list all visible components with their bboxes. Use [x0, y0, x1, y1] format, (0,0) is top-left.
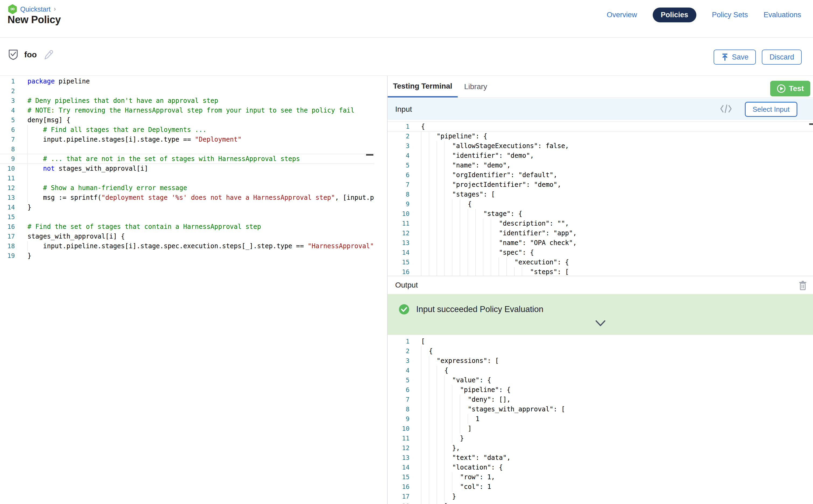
- code-text: 1: [421, 414, 480, 424]
- input-json-editor[interactable]: 1{2 "pipeline": {3 "allowStageExecutions…: [387, 121, 813, 276]
- testing-panel-tabs: Testing Terminal Library Test: [387, 76, 813, 98]
- line-number: 2: [387, 131, 410, 141]
- code-text: "pipeline": {: [421, 131, 487, 141]
- code-line[interactable]: 9 1: [387, 414, 813, 424]
- line-number: 5: [387, 375, 410, 385]
- policy-code-editor[interactable]: 1package pipeline23# Deny pipelines that…: [0, 76, 374, 504]
- code-line[interactable]: 13 "name": "OPA check",: [387, 238, 813, 248]
- code-line[interactable]: 17stages_with_approval[i] {: [0, 232, 374, 241]
- code-line[interactable]: 16 "col": 1: [387, 482, 813, 492]
- code-line[interactable]: 5deny[msg] {: [0, 115, 374, 125]
- code-line[interactable]: 1{: [387, 122, 813, 131]
- code-line[interactable]: 10 not stages_with_approval[i]: [0, 164, 374, 173]
- save-button[interactable]: Save: [714, 50, 756, 65]
- line-number: 9: [387, 199, 410, 209]
- code-line[interactable]: 13 "text": "data",: [387, 453, 813, 463]
- code-line[interactable]: 10 ]: [387, 424, 813, 433]
- code-line[interactable]: 8 "stages_with_approval": [: [387, 404, 813, 414]
- code-line[interactable]: 9 # ... that are not in the set of stage…: [0, 154, 374, 164]
- code-line[interactable]: 5 "name": "demo",: [387, 160, 813, 170]
- line-number: 8: [387, 190, 410, 199]
- tab-library[interactable]: Library: [464, 76, 487, 97]
- code-brackets-icon[interactable]: [720, 103, 732, 115]
- code-line[interactable]: 18 }: [387, 501, 813, 504]
- line-number: 1: [0, 76, 15, 86]
- code-line[interactable]: 5 "value": {: [387, 375, 813, 385]
- code-line[interactable]: 9 {: [387, 199, 813, 209]
- code-line[interactable]: 6 # Find all stages that are Deployments…: [0, 125, 374, 135]
- code-line[interactable]: 7 input.pipeline.stages[i].stage.type ==…: [0, 135, 374, 144]
- line-number: 12: [387, 443, 410, 453]
- code-line[interactable]: 10 "stage": {: [387, 209, 813, 219]
- code-line[interactable]: 1[: [387, 337, 813, 346]
- select-input-button[interactable]: Select Input: [745, 102, 797, 117]
- code-line[interactable]: 15 "row": 1,: [387, 472, 813, 482]
- code-line[interactable]: 2 "pipeline": {: [387, 131, 813, 141]
- code-line[interactable]: 19}: [0, 251, 374, 261]
- output-json-editor[interactable]: 1[2 {3 "expressions": [4 {5 "value": {6 …: [387, 335, 813, 504]
- nav-tab-policies[interactable]: Policies: [653, 8, 696, 22]
- code-line[interactable]: 14 "location": {: [387, 463, 813, 472]
- code-line[interactable]: 8: [0, 144, 374, 154]
- code-line[interactable]: 3 "expressions": [: [387, 356, 813, 366]
- code-line[interactable]: 6 "orgIdentifier": "default",: [387, 170, 813, 180]
- code-line[interactable]: 15: [0, 212, 374, 222]
- code-line[interactable]: 12 },: [387, 443, 813, 453]
- code-line[interactable]: 11 "description": "",: [387, 219, 813, 228]
- line-number: 9: [387, 414, 410, 424]
- line-number: 5: [0, 115, 15, 125]
- code-text: # NOTE: Try removing the HarnessApproval…: [27, 106, 354, 115]
- code-line[interactable]: 16# Find the set of stages that contain …: [0, 222, 374, 232]
- policy-editor-page: { "breadcrumb": { "project": "Quickstart…: [0, 0, 813, 504]
- test-button[interactable]: Test: [770, 81, 811, 96]
- line-number: 10: [387, 209, 410, 219]
- edit-pencil-icon[interactable]: [43, 49, 54, 60]
- nav-tab-policy-sets[interactable]: Policy Sets: [712, 11, 748, 19]
- code-text: "stage": {: [421, 209, 522, 219]
- code-text: "identifier": "demo",: [421, 151, 534, 160]
- code-line[interactable]: 12 # Show a human-friendly error message: [0, 183, 374, 193]
- code-line[interactable]: 13 msg := sprintf("deployment stage '%s'…: [0, 193, 374, 202]
- code-line[interactable]: 2 {: [387, 346, 813, 356]
- breadcrumb-project-link[interactable]: Quickstart: [20, 5, 51, 13]
- code-line[interactable]: 14}: [0, 202, 374, 212]
- discard-button[interactable]: Discard: [762, 50, 802, 65]
- chevron-down-icon[interactable]: [595, 320, 606, 328]
- code-line[interactable]: 6 "pipeline": {: [387, 385, 813, 395]
- code-line[interactable]: 18 input.pipeline.stages[i].stage.spec.e…: [0, 241, 374, 251]
- code-line[interactable]: 4 "identifier": "demo",: [387, 151, 813, 160]
- code-line[interactable]: 7 "deny": [],: [387, 395, 813, 404]
- code-line[interactable]: 3 "allowStageExecutions": false,: [387, 141, 813, 151]
- line-number: 18: [387, 501, 410, 504]
- line-number: 8: [387, 404, 410, 414]
- nav-tab-overview[interactable]: Overview: [607, 11, 637, 19]
- policy-toolbar: foo Save Discard: [0, 38, 813, 75]
- code-text: {: [421, 199, 472, 209]
- code-line[interactable]: 1package pipeline: [0, 76, 374, 86]
- trash-icon[interactable]: [798, 280, 807, 291]
- code-line[interactable]: 4 {: [387, 366, 813, 375]
- code-line[interactable]: 17 }: [387, 492, 813, 501]
- code-line[interactable]: 3# Deny pipelines that don't have an app…: [0, 96, 374, 106]
- line-number: 4: [387, 366, 410, 375]
- code-line[interactable]: 2: [0, 86, 374, 96]
- line-number: 15: [0, 212, 15, 222]
- code-line[interactable]: 7 "projectIdentifier": "demo",: [387, 180, 813, 190]
- code-line[interactable]: 4# NOTE: Try removing the HarnessApprova…: [0, 106, 374, 115]
- code-line[interactable]: 8 "stages": [: [387, 190, 813, 199]
- code-text: input.pipeline.stages[i].stage.type == "…: [27, 135, 242, 144]
- code-line[interactable]: 11 }: [387, 433, 813, 443]
- tab-testing-terminal[interactable]: Testing Terminal: [387, 76, 458, 97]
- code-text: stages_with_approval[i] {: [27, 232, 125, 241]
- code-text: "stages_with_approval": [: [421, 404, 565, 414]
- nav-tab-evaluations[interactable]: Evaluations: [763, 11, 801, 19]
- page-header: ∞ Quickstart › New Policy OverviewPolici…: [0, 0, 813, 38]
- upload-icon: [721, 53, 729, 61]
- code-line[interactable]: 14 "spec": {: [387, 248, 813, 257]
- code-text: {: [421, 122, 425, 131]
- code-line[interactable]: 15 "execution": {: [387, 257, 813, 267]
- code-line[interactable]: 11: [0, 173, 374, 183]
- code-line[interactable]: 16 "steps": [: [387, 267, 813, 276]
- code-text: "text": "data",: [421, 453, 511, 463]
- code-line[interactable]: 12 "identifier": "app",: [387, 228, 813, 238]
